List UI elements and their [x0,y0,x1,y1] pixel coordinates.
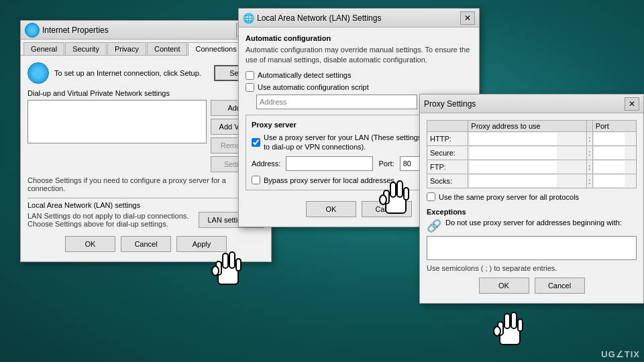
tab-general[interactable]: General [23,42,64,55]
same-proxy-checkbox[interactable]: Use the same proxy server for all protoc… [427,192,637,201]
same-proxy-input[interactable] [427,192,435,201]
exceptions-desc-row: 🔗 Do not use proxy server for addresses … [427,219,637,233]
auto-script-checkbox[interactable]: Use automatic configuration script [246,83,472,92]
proxy-hint-text: Choose Settings if you need to configure… [28,176,264,192]
auto-detect-checkbox[interactable]: Automatically detect settings [246,71,472,80]
proxy-row-socks: Socks: : [427,174,637,188]
proxy-row-http: HTTP: : [427,132,637,146]
bypass-label: Bypass proxy server for local addresses [264,176,394,184]
internet-props-title: Internet Properties [42,25,233,35]
proxy-table-header: Proxy address to use Port [427,121,637,132]
tabs-row: General Security Privacy Content Connect… [21,40,271,56]
ok-button[interactable]: OK [65,236,115,252]
http-proxy-input[interactable] [470,133,557,145]
svg-rect-16 [518,319,523,331]
proxy-settings-controls: ✕ [625,97,639,111]
colon-2: : [586,146,592,160]
lan-section-label: Local Area Network (LAN) settings [28,201,264,209]
lan-settings-title: Local Area Network (LAN) Settings [257,13,458,23]
proxy-row-secure: Secure: : [427,146,637,160]
colon-4: : [586,174,592,188]
proxy-checkbox-input[interactable] [252,138,260,147]
ftp-port-input[interactable] [594,161,625,173]
auto-detect-label: Automatically detect settings [258,71,351,79]
tab-content[interactable]: Content [147,42,188,55]
exceptions-hint: Use semicolons ( ; ) to separate entries… [427,264,637,272]
cancel-button[interactable]: Cancel [121,236,171,252]
secure-label: Secure: [427,146,468,160]
lan-section: Local Area Network (LAN) settings LAN Se… [28,198,264,228]
http-label: HTTP: [427,132,468,146]
watermark: UG∠TIX [601,349,640,359]
svg-rect-13 [504,314,510,328]
lan-settings-controls: ✕ [460,11,475,25]
internet-props-body: To set up an Internet connection, click … [21,56,271,261]
proxy-ok-button[interactable]: OK [479,278,529,294]
internet-properties-dialog: Internet Properties ? ✕ General Security… [20,20,272,262]
socks-port-input[interactable] [594,175,625,187]
proxy-settings-btn-row: OK Cancel [427,272,637,296]
proxy-settings-dialog: Proxy Settings ✕ Proxy address to use Po… [419,94,644,304]
svg-rect-15 [498,322,503,335]
auto-script-label: Use automatic configuration script [258,83,369,91]
colon-header [586,121,592,132]
svg-rect-14 [511,312,517,328]
socks-proxy-input[interactable] [470,175,557,187]
proxy-settings-titlebar: Proxy Settings ✕ [420,95,643,113]
exceptions-input[interactable] [427,236,637,260]
setup-row: To set up an Internet connection, click … [28,62,264,84]
svg-rect-12 [500,326,520,345]
ftp-proxy-input[interactable] [470,161,557,173]
setup-icon [28,62,49,84]
proxy-settings-body: Proxy address to use Port HTTP: : Secure… [420,113,643,303]
lan-settings-titlebar: 🌐 Local Area Network (LAN) Settings ✕ [239,9,479,27]
lan-close-button[interactable]: ✕ [460,11,475,25]
tab-privacy[interactable]: Privacy [107,42,146,55]
exceptions-desc: Do not use proxy server for addresses be… [445,219,622,227]
http-port-input[interactable] [594,133,625,145]
lan-desc: LAN Settings do not apply to dial-up con… [28,212,193,228]
port-label: Port: [378,160,394,168]
secure-port-input[interactable] [594,147,625,159]
auto-config-heading: Automatic configuration [246,34,472,42]
address-label: Address: [252,160,280,168]
dial-section-content: Add... Add VPN... Remove... Settings [28,100,264,172]
proxy-close-button[interactable]: ✕ [625,97,639,111]
socks-label: Socks: [427,174,468,188]
dial-section-label: Dial-up and Virtual Private Network sett… [28,89,264,97]
auto-detect-input[interactable] [246,71,254,80]
internet-props-titlebar: Internet Properties ? ✕ [21,21,271,40]
internet-props-btn-row: OK Cancel Apply [28,231,264,255]
apply-button[interactable]: Apply [176,236,227,252]
lan-settings-icon: 🌐 [243,13,254,23]
proxy-port-header: Port [592,121,636,132]
colon-3: : [586,160,592,174]
tab-security[interactable]: Security [65,42,107,55]
proxy-addr-header: Proxy address to use [468,121,586,132]
secure-proxy-input[interactable] [470,147,557,159]
lan-section-content: LAN Settings do not apply to dial-up con… [28,212,264,228]
setup-desc: To set up an Internet connection, click … [54,69,209,77]
proxy-type-header [427,121,468,132]
lan-ok-button[interactable]: OK [306,201,356,217]
exceptions-icon: 🔗 [427,219,441,233]
proxy-settings-title: Proxy Settings [424,99,622,109]
cursor-3 [490,307,530,354]
ftp-label: FTP: [427,160,468,174]
lan-cancel-button[interactable]: Cancel [362,201,412,217]
exceptions-heading: Exceptions [427,208,637,216]
same-proxy-label: Use the same proxy server for all protoc… [439,193,579,201]
proxy-table: Proxy address to use Port HTTP: : Secure… [427,120,637,188]
proxy-row-ftp: FTP: : [427,160,637,174]
proxy-cancel-button[interactable]: Cancel [535,278,585,294]
auto-script-input[interactable] [246,83,254,92]
bypass-input[interactable] [252,176,260,184]
internet-props-icon [25,23,40,38]
proxy-address-input[interactable] [286,156,373,171]
svg-rect-0 [218,265,238,284]
dial-listbox[interactable] [28,100,207,143]
tab-connections[interactable]: Connections [188,42,244,56]
svg-rect-3 [216,261,221,275]
address-input[interactable] [256,95,417,109]
auto-config-desc: Automatic configuration may override man… [246,45,472,66]
